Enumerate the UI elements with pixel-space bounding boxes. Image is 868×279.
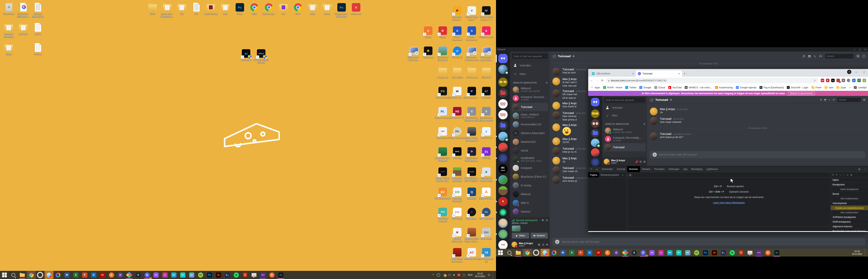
party-server[interactable] [498, 153, 507, 163]
tray-display-icon[interactable]: 🖵 [448, 273, 451, 277]
bookmark-item[interactable]: iCloud [654, 86, 665, 89]
avatar[interactable] [552, 68, 560, 75]
ddg-justitie[interactable]: DDGJUSTITIE [498, 110, 507, 119]
tab-close-icon[interactable]: ✕ [678, 72, 680, 75]
gta4-shortcut[interactable]: IV↗Grand Theft Auto IV T... [478, 6, 495, 21]
clock[interactable]: 22:2225-9-2021 [475, 272, 485, 278]
pycharm-taskbar-button[interactable]: PC [674, 249, 683, 256]
bookmark-item[interactable]: GGoogle [639, 86, 651, 89]
search-taskbar-button[interactable] [505, 249, 514, 256]
filezilla-taskbar-button[interactable]: FZ [98, 271, 107, 279]
sidebar-item-vrienden[interactable]: Vrienden [512, 61, 548, 69]
game-shortcut[interactable]: GH↗Grey Hack [478, 227, 495, 240]
headphones-icon[interactable]: Ω [640, 160, 642, 163]
samp-taskbar-button[interactable]: S [241, 271, 250, 279]
outlook-taskbar-button[interactable]: O [89, 271, 98, 279]
bookmark-item[interactable]: KKaasHosting [715, 86, 733, 89]
message-author[interactable]: Tuinzaad [660, 132, 671, 135]
dm-item[interactable]: Knieperd, Renzooitje,...10 leden [512, 94, 548, 102]
debugger-section[interactable]: Kijken [831, 178, 868, 182]
clock[interactable]: 22:2225-9-2021 [852, 250, 862, 255]
discord-taskbar-button[interactable]: D1 [639, 249, 648, 256]
intellij-taskbar-button[interactable]: IJ [656, 249, 665, 256]
excel-taskbar-button[interactable]: X [567, 249, 576, 256]
avatar[interactable] [552, 123, 560, 131]
debugger-section[interactable]: XHR/fetch-breakpoints [831, 215, 868, 219]
hwmonitor-taskbar-button[interactable] [250, 271, 258, 279]
collapse-sidebar-icon[interactable]: ◧ [629, 174, 632, 176]
discord-taskbar-button[interactable]: D1 [143, 271, 152, 279]
dm-item[interactable]: Aeiral [512, 146, 548, 155]
pin-icon[interactable]: ➴ [813, 55, 816, 58]
hwmonitor-taskbar-button[interactable] [746, 249, 754, 256]
message-author[interactable]: Max || Arqs: [562, 137, 577, 141]
avatar[interactable] [552, 166, 560, 174]
message-author[interactable]: Max || Arqs: [562, 123, 577, 126]
dm-search-inner[interactable]: Zoek of start een gesprek [602, 96, 647, 104]
dm-item[interactable]: Tuinzaad [604, 143, 646, 151]
chrome-taskbar-button[interactable] [523, 249, 532, 256]
dm-item[interactable]: Maarten522 [512, 137, 548, 146]
pin-icon[interactable]: ➴ [829, 98, 830, 101]
dm-item[interactable]: Knieperd, Renzooitje,...10 leden [604, 135, 646, 143]
noise-suppression-icon[interactable]: ılı [542, 219, 544, 222]
address-bar[interactable]: 🔒︎ discord.com/channels/@me/885563870733… [606, 78, 818, 83]
dm-item[interactable]: Kevinmulder123 [512, 120, 548, 129]
ai-suite-app[interactable]: AI↗AI Suite 3 [238, 49, 255, 61]
file-explorer-taskbar-button[interactable] [18, 271, 27, 279]
server-folder-red[interactable] [498, 88, 507, 98]
devtools-tab-elementen[interactable]: Elementen [600, 166, 615, 172]
nzxt-cam-taskbar-button[interactable]: NZXT [258, 271, 267, 279]
create-dm-icon[interactable]: + [644, 122, 645, 126]
avatar[interactable] [552, 112, 560, 119]
dm-item[interactable]: Daan_Hollanddaanholland.nl [512, 112, 548, 120]
browser-tab[interactable]: DTuinzaad✕ [636, 70, 682, 77]
sidebar-item-nitro[interactable]: 🜚Nitro [604, 112, 646, 119]
debugger-section[interactable]: Aanroepstack [831, 201, 868, 206]
manage-subscription-button[interactable]: Beheer je abonnement [788, 92, 815, 95]
via-app-taskbar-button[interactable]: VM [276, 271, 285, 279]
github-desktop-taskbar-button[interactable]: G [116, 271, 125, 279]
avatar[interactable] [552, 157, 560, 164]
mic-muted-icon[interactable]: 🎤︎ [636, 160, 638, 163]
headphones-icon[interactable]: Ω [542, 243, 544, 246]
pycharm-taskbar-button[interactable]: PC [178, 271, 187, 279]
github-desktop-taskbar-button[interactable]: G [612, 249, 621, 256]
tray-volume-icon[interactable]: 🕪 [453, 273, 455, 277]
step-out-icon[interactable]: ↑ [843, 174, 844, 176]
call-icon[interactable]: ✆ [820, 98, 822, 101]
avatar[interactable] [552, 137, 560, 145]
text-file[interactable]: Garage Stevens.txt [29, 3, 46, 18]
voice-channel[interactable]: @Daan_Holland [512, 222, 548, 224]
minimize-icon[interactable]: — [852, 47, 857, 52]
debugger-section[interactable]: Niet onderbroken [831, 196, 868, 201]
bookmark-item[interactable]: ◍WHMCS - Uw overz... [685, 86, 712, 89]
bookmark-item[interactable]: SRAVR - Home [603, 86, 622, 89]
message-author[interactable]: Tuinzaad [562, 112, 574, 115]
game-shortcut[interactable]: S↗Satisfactory Early Access [478, 106, 495, 122]
tdlapolis-server[interactable] [498, 229, 507, 239]
vegas-17-taskbar-button[interactable]: V₁₇ [223, 271, 232, 279]
add-friend-icon[interactable]: 𐀪+ [819, 55, 822, 58]
screenshare-button[interactable]: ⬒Scherm [531, 233, 548, 239]
debugger-section[interactable]: Breakpoints voor event-listeners [831, 229, 868, 231]
hidden-icons-chevron[interactable]: ^ [432, 274, 434, 277]
bookmark-item[interactable]: Fiverr [811, 86, 822, 89]
reading-list-button[interactable]: ≡Leeslijst [854, 86, 866, 89]
r-server[interactable]: R [498, 197, 507, 206]
chrome-minimize-icon[interactable]: — [852, 69, 860, 75]
avatar[interactable] [650, 132, 658, 140]
step-icon[interactable]: ⇢ [846, 174, 848, 176]
deactivate-breakpoints-icon[interactable]: ⊘ [850, 174, 852, 176]
game-shortcut[interactable]: ⁂↗BeamNG.dr... [478, 187, 495, 200]
bookmark-item[interactable]: SSolusVM · Login [787, 86, 808, 89]
close-icon[interactable]: ✕ [863, 47, 868, 52]
bookmark-item[interactable]: 25Google Agenda [736, 86, 756, 89]
ext-e-icon[interactable]: E [826, 79, 830, 82]
user-photo-server[interactable] [498, 219, 507, 228]
message-author[interactable]: Tuinzaad [562, 176, 574, 179]
adblock-plus-icon[interactable]: ABP [821, 79, 824, 82]
text-file[interactable]: gta.txt [29, 23, 46, 35]
start-taskbar-button[interactable] [0, 271, 9, 279]
step-over-icon[interactable]: ↷ [836, 174, 838, 176]
